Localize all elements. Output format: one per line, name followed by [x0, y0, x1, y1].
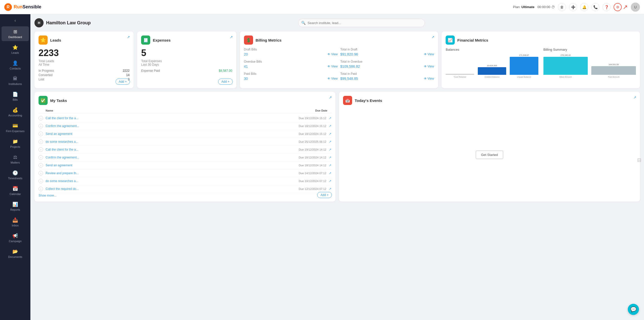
help-icon[interactable]: ❓ [602, 3, 611, 11]
bar-paid [591, 66, 636, 75]
task-check-icon[interactable]: ○ [39, 187, 43, 191]
tasks-add-button[interactable]: Add + [317, 192, 332, 198]
task-external-link[interactable]: ↗ [329, 132, 331, 136]
task-external-link[interactable]: ↗ [329, 164, 331, 167]
task-check-icon[interactable]: ○ [39, 147, 43, 152]
task-name[interactable]: Confirm the agreement... [46, 156, 296, 159]
total-overdue-item: Total in Overdue $109,586.82 👁 View [340, 60, 434, 68]
billing-card-icon: 💲 [244, 35, 253, 45]
page-header: H Hamilton Law Group 🔍 [34, 18, 640, 27]
events-card-icon: 📅 [343, 96, 352, 105]
task-due-date: Due 25/12/2025 06:12 [299, 140, 326, 143]
sidebar-item-reports[interactable]: 📊 Reports [2, 199, 29, 214]
sidebar-item-documents[interactable]: 📂 Documents [2, 246, 29, 261]
leads-big-number: 2233 [39, 48, 129, 58]
get-started-button[interactable]: Get Started [476, 151, 503, 159]
dashboard-icon: ⊞ [13, 29, 17, 34]
sidebar-item-institutions[interactable]: 🏛 Institutions [2, 74, 29, 88]
task-external-link[interactable]: ↗ [329, 148, 331, 151]
task-name[interactable]: do some researches a... [46, 140, 296, 144]
contacts-icon: 👤 [12, 60, 18, 66]
search-input[interactable] [298, 19, 425, 27]
timer-display: 00:00:00 ⏱ [537, 5, 555, 9]
task-name[interactable]: Collect the required do... [46, 187, 296, 191]
sidebar-item-contacts[interactable]: 👤 Contacts [2, 58, 29, 73]
sidebar-item-accounting[interactable]: 💰 Accounting [2, 105, 29, 119]
bar-value-unpaid: 171,648.87 [519, 54, 529, 56]
bar-value-unbilled: 10,626.503 [487, 64, 497, 67]
task-check-icon[interactable]: ○ [39, 179, 43, 183]
total-paid-view-link[interactable]: 👁 View [424, 77, 434, 80]
task-external-link[interactable]: ↗ [329, 171, 331, 175]
trash-icon[interactable]: 🗑 [558, 3, 566, 11]
task-external-link[interactable]: ↗ [329, 156, 331, 159]
chat-bubble[interactable]: 💬 [628, 304, 639, 315]
sidebar-item-projects[interactable]: 📁 Projects [2, 136, 29, 151]
leads-card-external-link[interactable]: ↗ [127, 35, 130, 39]
expenses-add-button[interactable]: Add + [218, 79, 233, 85]
total-draft-view-link[interactable]: 👁 View [424, 52, 434, 56]
task-external-link[interactable]: ↗ [329, 140, 331, 144]
sidebar-item-inbox[interactable]: 📥 Inbox [2, 215, 29, 229]
bar-group-billed: 276,180.42 Billed Amount [543, 54, 588, 78]
expenses-sub-label: Total ExpensesLast 30 Days [141, 59, 232, 66]
user-avatar[interactable]: U [631, 3, 640, 12]
sidebar-item-firm-expenses[interactable]: 💳 Firm Expenses [2, 120, 29, 135]
sidebar-item-matters[interactable]: ⚖ Matters [2, 152, 29, 167]
task-check-icon[interactable]: ○ [39, 171, 43, 175]
task-row: ○ Call the client for the a... Due 19/12… [39, 114, 331, 122]
task-check-icon[interactable]: ○ [39, 132, 43, 136]
leads-icon: ⭐ [12, 45, 18, 50]
task-name[interactable]: Call the client for the a... [46, 116, 296, 120]
sidebar-collapse-button[interactable]: ‹ [0, 16, 30, 25]
task-name[interactable]: Send an agreement [46, 132, 296, 136]
task-check-icon[interactable]: ○ [39, 139, 43, 144]
sidebar-item-leads[interactable]: ⭐ Leads [2, 42, 29, 57]
task-external-link[interactable]: ↗ [329, 187, 331, 191]
tasks-due-col: Due Date [315, 109, 327, 112]
tasks-card-external-link[interactable]: ↗ [329, 95, 332, 99]
balances-title: Balances [446, 48, 538, 51]
task-name[interactable]: Call the client for the a... [46, 148, 296, 151]
right-panel-toggle[interactable]: ⊟ [637, 157, 641, 163]
task-external-link[interactable]: ↗ [329, 124, 331, 128]
events-card-external-link[interactable]: ↗ [633, 95, 636, 99]
notification-icon[interactable]: 🔔 [580, 3, 588, 11]
bar-label-trust: Trust Retainer [453, 76, 466, 78]
task-name[interactable]: Review and prepare th... [46, 171, 296, 175]
sidebar-item-timesheets[interactable]: 🕐 Timesheets [2, 168, 29, 182]
task-name[interactable]: Confirm the agreement... [46, 124, 296, 128]
financial-metrics-content: Balances Trust Retainer 10,626.503 [446, 48, 636, 78]
task-check-icon[interactable]: ○ [39, 124, 43, 128]
events-card-title: Today's Events [355, 98, 382, 103]
phone-icon[interactable]: 📞 [591, 3, 599, 11]
task-row: ○ Send an agreement Due 18/12/2024 15:12… [39, 130, 331, 138]
task-name[interactable]: do some researches a... [46, 179, 296, 183]
total-overdue-view-link[interactable]: 👁 View [424, 65, 434, 68]
add-icon[interactable]: ➕ [569, 3, 577, 11]
leads-add-button[interactable]: Add + [116, 79, 130, 85]
svg-text:R: R [7, 5, 10, 9]
expenses-card-external-link[interactable]: ↗ [230, 35, 233, 39]
draft-bills-view-link[interactable]: 👁 View [327, 52, 338, 56]
task-row: ○ Confirm the agreement... Due 18/12/202… [39, 122, 331, 130]
settings-icon[interactable]: ⚙ [614, 3, 622, 11]
task-name[interactable]: Send an agreement [46, 164, 296, 167]
paid-bills-view-link[interactable]: 👁 View [327, 77, 338, 80]
calendar-icon: 📅 [12, 186, 18, 191]
task-external-link[interactable]: ↗ [329, 116, 331, 120]
overdue-bills-view-link[interactable]: 👁 View [327, 65, 338, 68]
dashboard-row2: ✅ My Tasks ↗ Name Due Date ○ Call the cl… [34, 92, 640, 202]
events-card-header: 📅 Today's Events [343, 96, 636, 105]
task-external-link[interactable]: ↗ [329, 179, 331, 183]
sidebar-item-campaign[interactable]: 📢 Campaign [2, 230, 29, 245]
billing-card-external-link[interactable]: ↗ [431, 35, 434, 39]
show-more-link[interactable]: Show more... [39, 194, 56, 197]
sidebar-item-dashboard[interactable]: ⊞ Dashboard [2, 26, 29, 41]
task-check-icon[interactable]: ○ [39, 163, 43, 168]
sidebar-item-bills[interactable]: 📄 Bills [2, 89, 29, 104]
task-check-icon[interactable]: ○ [39, 116, 43, 120]
task-check-icon[interactable]: ○ [39, 155, 43, 160]
task-due-date: Due 10/12/2024 07:12 [299, 180, 326, 183]
sidebar-item-calendar[interactable]: 📅 Calendar [2, 183, 29, 198]
